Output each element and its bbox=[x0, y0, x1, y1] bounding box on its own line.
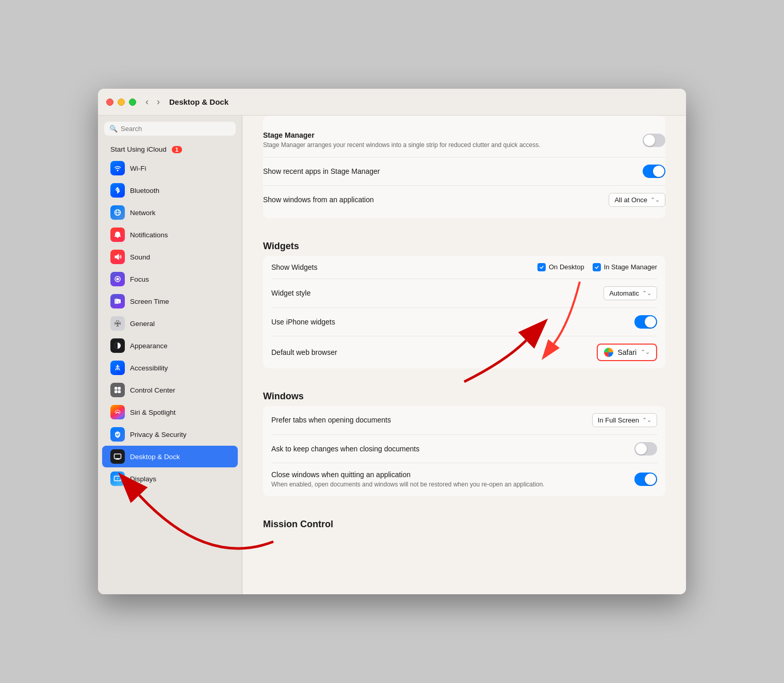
in-stage-manager-checkbox[interactable]: In Stage Manager bbox=[593, 263, 657, 271]
default-browser-dropdown[interactable]: Safari ⌃⌄ bbox=[597, 344, 657, 361]
accessibility-label: Accessibility bbox=[130, 364, 168, 372]
sidebar-item-privacy[interactable]: Privacy & Security bbox=[102, 424, 238, 445]
iphone-widgets-row: Use iPhone widgets bbox=[271, 308, 657, 336]
safari-chevron: ⌃⌄ bbox=[641, 349, 650, 355]
close-windows-row: Close windows when quitting an applicati… bbox=[271, 463, 657, 496]
sidebar-item-accessibility[interactable]: Accessibility bbox=[102, 357, 238, 379]
appearance-icon bbox=[110, 338, 125, 353]
content-area: 🔍 Start Using iCloud 1 Wi-Fi bbox=[98, 116, 686, 594]
prefer-tabs-row: Prefer tabs when opening documents In Fu… bbox=[271, 406, 657, 435]
stage-manager-card: Stage Manager Stage Manager arranges you… bbox=[263, 116, 665, 218]
controlcenter-icon bbox=[110, 383, 125, 397]
on-desktop-checkbox[interactable]: On Desktop bbox=[537, 263, 584, 271]
sidebar-item-controlcenter[interactable]: Control Center bbox=[102, 379, 238, 401]
svg-rect-11 bbox=[115, 391, 118, 394]
screentime-icon bbox=[110, 294, 125, 308]
safari-label: Safari bbox=[617, 348, 636, 356]
sidebar-item-displays[interactable]: Displays bbox=[102, 468, 238, 490]
safari-icon bbox=[604, 348, 613, 357]
mission-control-section-title: Mission Control bbox=[263, 505, 665, 534]
svg-rect-13 bbox=[115, 454, 121, 459]
icloud-badge: 1 bbox=[172, 146, 182, 153]
search-icon: 🔍 bbox=[109, 125, 118, 133]
iphone-widgets-toggle[interactable] bbox=[634, 315, 657, 329]
displays-label: Displays bbox=[130, 475, 156, 483]
widget-style-dropdown[interactable]: Automatic ⌃⌄ bbox=[603, 286, 657, 300]
svg-point-6 bbox=[117, 322, 119, 325]
close-windows-sub: When enabled, open documents and windows… bbox=[271, 480, 545, 489]
sound-label: Sound bbox=[130, 253, 150, 261]
ask-keep-label: Ask to keep changes when closing documen… bbox=[271, 445, 419, 453]
svg-rect-15 bbox=[117, 459, 119, 460]
show-widgets-label: Show Widgets bbox=[271, 263, 317, 271]
prefer-tabs-value: In Full Screen bbox=[598, 416, 639, 424]
widgets-card: Show Widgets On Desktop In S bbox=[263, 256, 665, 368]
appearance-label: Appearance bbox=[130, 342, 168, 350]
displays-icon bbox=[110, 471, 125, 486]
sidebar-item-wifi[interactable]: Wi-Fi bbox=[102, 157, 238, 179]
nav-buttons: ‹ › bbox=[142, 95, 163, 108]
show-windows-row: Show windows from an application All at … bbox=[263, 186, 665, 214]
maximize-button[interactable] bbox=[129, 99, 136, 106]
search-bar[interactable]: 🔍 bbox=[104, 122, 236, 136]
svg-point-8 bbox=[117, 365, 119, 366]
show-windows-dropdown[interactable]: All at Once ⌃⌄ bbox=[609, 193, 665, 207]
sidebar-item-network[interactable]: Network bbox=[102, 202, 238, 223]
prefer-tabs-dropdown[interactable]: In Full Screen ⌃⌄ bbox=[592, 413, 657, 427]
minimize-button[interactable] bbox=[118, 99, 125, 106]
search-input[interactable] bbox=[121, 125, 231, 133]
close-windows-toggle[interactable] bbox=[634, 473, 657, 486]
show-recent-apps-label: Show recent apps in Stage Manager bbox=[263, 167, 380, 175]
widget-style-label: Widget style bbox=[271, 289, 311, 297]
traffic-lights bbox=[106, 99, 136, 106]
forward-button[interactable]: › bbox=[154, 95, 163, 108]
sidebar-item-appearance[interactable]: Appearance bbox=[102, 335, 238, 356]
sidebar: 🔍 Start Using iCloud 1 Wi-Fi bbox=[98, 116, 242, 594]
widgets-section-title: Widgets bbox=[263, 226, 665, 256]
close-windows-text: Close windows when quitting an applicati… bbox=[271, 470, 545, 489]
desktop-icon bbox=[110, 449, 125, 464]
main-content: Stage Manager Stage Manager arranges you… bbox=[242, 116, 686, 594]
show-widgets-checkboxes: On Desktop In Stage Manager bbox=[537, 263, 657, 271]
show-recent-apps-toggle[interactable] bbox=[643, 165, 665, 178]
accessibility-icon bbox=[110, 361, 125, 375]
sidebar-item-desktop[interactable]: Desktop & Dock bbox=[102, 446, 238, 467]
sidebar-item-general[interactable]: General bbox=[102, 313, 238, 334]
sidebar-item-icloud[interactable]: Start Using iCloud 1 bbox=[102, 142, 238, 157]
iphone-widgets-label: Use iPhone widgets bbox=[271, 318, 335, 326]
show-windows-value: All at Once bbox=[614, 196, 647, 204]
sidebar-item-notifications[interactable]: Notifications bbox=[102, 224, 238, 246]
sidebar-item-siri[interactable]: Siri & Spotlight bbox=[102, 401, 238, 423]
desktop-label: Desktop & Dock bbox=[130, 453, 180, 461]
close-windows-label: Close windows when quitting an applicati… bbox=[271, 470, 545, 479]
stage-manager-toggle[interactable] bbox=[643, 134, 665, 147]
stage-manager-subtitle: Stage Manager arranges your recent windo… bbox=[263, 141, 541, 150]
ask-keep-toggle[interactable] bbox=[634, 442, 657, 456]
notifications-label: Notifications bbox=[130, 231, 168, 239]
windows-card: Prefer tabs when opening documents In Fu… bbox=[263, 406, 665, 496]
privacy-label: Privacy & Security bbox=[130, 431, 187, 438]
widget-style-row: Widget style Automatic ⌃⌄ bbox=[271, 279, 657, 308]
sidebar-item-focus[interactable]: Focus bbox=[102, 268, 238, 290]
svg-point-17 bbox=[117, 478, 118, 479]
sidebar-item-sound[interactable]: Sound bbox=[102, 246, 238, 268]
focus-icon bbox=[110, 272, 125, 286]
sidebar-item-screentime[interactable]: Screen Time bbox=[102, 290, 238, 312]
network-label: Network bbox=[130, 209, 156, 217]
privacy-icon bbox=[110, 427, 125, 442]
general-label: General bbox=[130, 320, 155, 328]
widget-style-chevron: ⌃⌄ bbox=[642, 290, 651, 297]
default-browser-right: Safari ⌃⌄ bbox=[597, 344, 657, 361]
back-button[interactable]: ‹ bbox=[142, 95, 152, 108]
close-button[interactable] bbox=[106, 99, 113, 106]
wifi-label: Wi-Fi bbox=[130, 165, 146, 172]
icloud-label: Start Using iCloud bbox=[110, 145, 167, 153]
general-icon bbox=[110, 316, 125, 331]
default-browser-row: Default web browser Safari ⌃⌄ bbox=[271, 336, 657, 368]
stage-manager-text: Stage Manager Stage Manager arranges you… bbox=[263, 131, 541, 150]
show-recent-apps-row: Show recent apps in Stage Manager bbox=[263, 157, 665, 186]
show-widgets-row: Show Widgets On Desktop In S bbox=[271, 256, 657, 279]
sidebar-item-bluetooth[interactable]: Bluetooth bbox=[102, 180, 238, 201]
bluetooth-label: Bluetooth bbox=[130, 187, 159, 194]
svg-rect-12 bbox=[118, 391, 121, 394]
